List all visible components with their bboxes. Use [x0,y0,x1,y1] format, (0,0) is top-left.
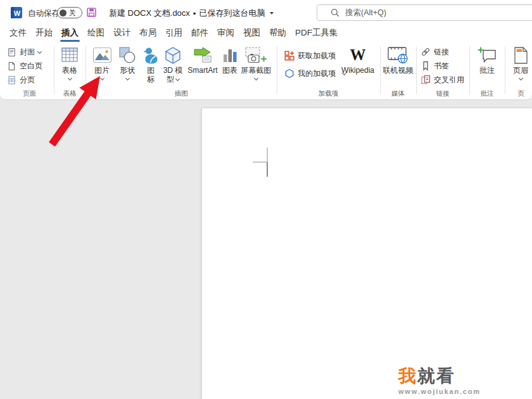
autosave-label: 自动保存 [28,8,60,19]
page-break-button[interactable]: 分页 [6,73,42,86]
text-cursor [267,162,268,177]
dropdown-caret-icon [270,12,274,15]
online-video-icon [387,44,409,66]
watermark-brand-accent: 我 [398,366,417,386]
chevron-down-icon [99,75,104,80]
blank-page-button[interactable]: 空白页 [6,60,42,72]
link-button[interactable]: 链接 [421,46,464,58]
online-video-button[interactable]: 联机视频 [381,44,415,75]
group-header-footer: 页眉 页 [505,42,532,100]
chevron-down-icon [175,77,180,81]
header-icon [513,44,529,66]
3d-model-button[interactable]: 3D 模 型 [159,44,187,84]
wikipedia-button[interactable]: W Wikipedia [338,44,377,75]
title-separator: • [193,9,196,18]
group-pages: 封面 空白页 [5,42,54,100]
cover-page-icon [6,47,16,57]
page-break-icon [6,75,16,85]
group-tables: 表格 表格 [54,42,86,100]
chevron-down-icon [125,75,129,80]
get-addins-button[interactable]: 获取加载项 [284,49,346,62]
bookmark-button[interactable]: 书签 [421,60,464,72]
comment-icon [478,44,497,66]
titlebar: W 自动保存 关 新建 DOCX 文档.docx • 已保存到这台电脑 [0,0,532,25]
comment-button[interactable]: 批注 [473,44,501,75]
chart-icon [222,44,238,66]
get-addins-icon [284,51,294,61]
tab-mailings[interactable]: 邮件 [187,25,213,42]
group-comments: 批注 批注 [469,42,505,100]
ribbon-content: 封面 空白页 [0,42,532,100]
group-illustrations: 图片 形状 [86,42,277,100]
document-title[interactable]: 新建 DOCX 文档.docx • 已保存到这台电脑 [109,8,274,19]
group-addins: 获取加载项 我的加载项 W Wikipedia 加载项 [277,42,380,100]
search-placeholder: 搜索(Alt+Q) [345,8,386,18]
tab-file[interactable]: 文件 [5,25,31,42]
header-button[interactable]: 页眉 [507,44,532,81]
group-label-tables: 表格 [54,89,86,98]
smartart-button[interactable]: SmartArt [185,44,220,75]
document-page[interactable]: 我就看 www.wojiukan.com [201,108,532,399]
table-icon [60,44,79,66]
cover-page-button[interactable]: 封面 [6,46,42,58]
group-label-addins: 加载项 [277,89,380,98]
group-label-media: 媒体 [380,89,416,98]
group-label-pages: 页面 [5,89,54,98]
group-links: 链接 书签 [416,42,469,100]
picture-icon [92,44,112,66]
ribbon-tabs: 文件 开始 插入 绘图 设计 布局 引用 邮件 审阅 视图 帮助 PDF工具集 [0,25,532,42]
group-label-header-footer: 页 [505,89,532,98]
group-label-illustrations: 插图 [86,89,277,98]
autosave-toggle[interactable]: 关 [57,7,82,18]
tab-references[interactable]: 引用 [161,25,187,42]
toggle-knob [60,10,66,16]
my-addins-icon [284,68,294,79]
my-addins-button[interactable]: 我的加载项 [284,67,346,80]
svg-text:W: W [14,10,21,17]
picture-button[interactable]: 图片 [88,44,116,81]
save-status-text: 已保存到这台电脑 [199,8,265,19]
blank-page-icon [6,61,16,71]
chevron-down-icon [253,75,258,80]
icons-button[interactable]: 图 标 [140,44,162,84]
word-logo-icon: W [11,7,22,18]
screenshot-button[interactable]: 屏幕截图 [238,44,274,81]
tab-design[interactable]: 设计 [109,25,135,42]
wikipedia-icon: W [350,44,366,66]
tab-review[interactable]: 审阅 [213,25,239,42]
cross-reference-button[interactable]: 交叉引用 [421,73,464,86]
tab-help[interactable]: 帮助 [265,25,291,42]
document-area: 我就看 www.wojiukan.com [0,100,532,399]
document-title-text: 新建 DOCX 文档.docx [109,8,190,19]
link-icon [421,47,431,57]
tab-layout[interactable]: 布局 [135,25,161,42]
tab-home[interactable]: 开始 [31,25,57,42]
ribbon-card: W 自动保存 关 新建 DOCX 文档.docx • 已保存到这台电脑 [0,0,532,100]
shapes-icon [118,44,136,66]
margin-crop-mark [253,162,267,163]
watermark-brand-rest: 就看 [417,366,455,386]
chevron-down-icon [67,75,72,80]
chevron-down-icon [518,75,522,80]
screenshot-icon [244,44,268,66]
shapes-button[interactable]: 形状 [115,44,140,81]
tab-draw[interactable]: 绘图 [83,25,109,42]
group-label-links: 链接 [416,89,469,98]
icons-duck-icon [142,44,160,66]
tab-insert[interactable]: 插入 [57,25,83,42]
bookmark-icon [421,61,431,71]
table-button[interactable]: 表格 [56,44,84,81]
margin-crop-mark [267,148,268,162]
save-icon[interactable] [87,8,96,17]
group-media: 联机视频 媒体 [380,42,416,100]
tab-view[interactable]: 视图 [239,25,265,42]
tab-pdf-tools[interactable]: PDF工具集 [291,25,343,42]
cross-reference-icon [421,75,431,85]
3d-model-icon [164,44,182,66]
word-window: W 自动保存 关 新建 DOCX 文档.docx • 已保存到这台电脑 [0,0,532,399]
watermark-url: www.wojiukan.com [398,388,481,395]
smartart-icon [193,44,213,66]
search-box[interactable]: 搜索(Alt+Q) [317,4,532,21]
search-icon [331,8,339,17]
toggle-state-label: 关 [69,8,76,18]
